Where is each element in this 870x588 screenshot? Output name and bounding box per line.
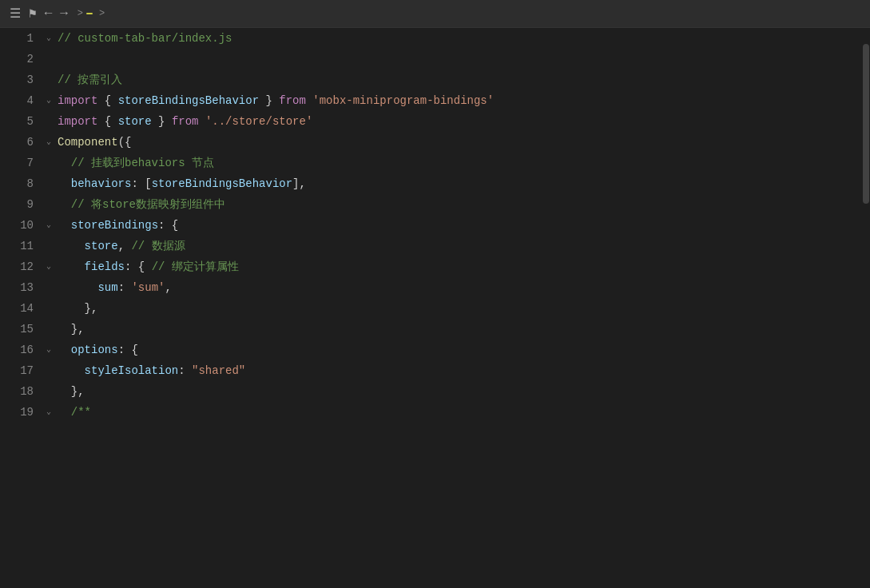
title-bar: ☰ ⚑ ← → > >	[0, 0, 870, 28]
code-token: storeBindings	[71, 215, 158, 236]
code-token: : {	[125, 256, 152, 277]
line-number: 15	[0, 319, 34, 340]
code-line: },	[46, 298, 870, 319]
code-token: :	[178, 360, 192, 381]
code-line: sum: 'sum',	[46, 277, 870, 298]
code-token: storeBindingsBehavior	[152, 173, 292, 194]
title-bar-icons: ☰ ⚑ ← →	[10, 6, 68, 22]
code-token	[58, 153, 71, 173]
line-number: 10	[0, 215, 34, 236]
bookmark-icon[interactable]: ⚑	[29, 6, 37, 22]
code-token	[58, 215, 71, 236]
line-number: 9	[0, 194, 34, 215]
code-line: behaviors: [storeBindingsBehavior],	[46, 173, 870, 194]
code-token: import	[58, 111, 97, 132]
code-token	[58, 402, 71, 423]
code-content[interactable]: // custom-tab-bar/index.js // 按需引入import…	[40, 28, 870, 588]
code-token: from	[279, 90, 306, 111]
js-badge	[86, 13, 93, 14]
code-token	[198, 111, 205, 132]
scrollbar-thumb[interactable]	[863, 44, 869, 204]
code-token: store	[118, 111, 152, 132]
code-token: // 挂载到behaviors 节点	[71, 153, 214, 173]
code-token: storeBindingsBehavior	[118, 90, 259, 111]
code-line: // 挂载到behaviors 节点	[46, 153, 870, 173]
scrollbar-track[interactable]	[862, 28, 870, 588]
hamburger-icon[interactable]: ☰	[10, 6, 21, 22]
code-token: '../store/store'	[205, 111, 312, 132]
code-token	[58, 173, 71, 194]
fold-arrow[interactable]	[46, 402, 58, 423]
code-token: fields	[85, 256, 125, 277]
code-token	[58, 340, 71, 360]
code-token: ],	[292, 173, 306, 194]
line-number: 16	[0, 340, 34, 360]
code-token	[58, 381, 71, 402]
code-line: },	[46, 319, 870, 340]
code-token: /**	[71, 402, 91, 423]
code-token: from	[172, 111, 199, 132]
line-number: 8	[0, 173, 34, 194]
line-number: 3	[0, 70, 34, 90]
fold-arrow[interactable]	[46, 256, 58, 277]
code-token: 'sum'	[131, 277, 165, 298]
code-line: Component({	[46, 132, 870, 153]
code-line: options: {	[46, 340, 870, 360]
line-number: 19	[0, 402, 34, 423]
code-token: {	[97, 111, 117, 132]
code-token: // 将store数据映射到组件中	[71, 194, 225, 215]
code-token: },	[71, 319, 85, 340]
breadcrumb: > >	[74, 8, 108, 19]
line-number: 11	[0, 236, 34, 256]
code-token: Component	[58, 132, 118, 153]
code-token	[58, 360, 85, 381]
breadcrumb-sep-1: >	[77, 8, 83, 19]
breadcrumb-sep-2: >	[99, 8, 105, 19]
fold-arrow[interactable]	[46, 90, 58, 111]
code-token: ,	[118, 236, 132, 256]
code-line	[46, 49, 870, 70]
fold-arrow[interactable]	[46, 132, 58, 153]
code-token: // 按需引入	[58, 70, 122, 90]
line-number: 12	[0, 256, 34, 277]
code-token: : {	[118, 340, 138, 360]
code-token: // custom-tab-bar/index.js	[58, 28, 232, 49]
fold-arrow[interactable]	[46, 28, 58, 49]
code-token: : {	[158, 215, 178, 236]
fold-arrow[interactable]	[46, 340, 58, 360]
line-number: 7	[0, 153, 34, 173]
code-line: storeBindings: {	[46, 215, 870, 236]
code-token: : [	[131, 173, 151, 194]
code-token	[58, 236, 85, 256]
code-line: fields: { // 绑定计算属性	[46, 256, 870, 277]
code-token: styleIsolation	[85, 360, 179, 381]
code-token	[58, 256, 85, 277]
back-icon[interactable]: ←	[45, 6, 53, 21]
code-token: 'mobx-miniprogram-bindings'	[312, 90, 494, 111]
forward-icon[interactable]: →	[60, 6, 68, 21]
code-token: // 数据源	[131, 236, 185, 256]
code-line: },	[46, 381, 870, 402]
code-line: // 按需引入	[46, 70, 870, 90]
code-token: {	[97, 90, 117, 111]
code-token: ,	[165, 277, 171, 298]
code-line: // 将store数据映射到组件中	[46, 194, 870, 215]
code-line: /**	[46, 402, 870, 423]
line-number: 13	[0, 277, 34, 298]
line-number: 14	[0, 298, 34, 319]
code-token: "shared"	[192, 360, 245, 381]
code-line: import { store } from '../store/store'	[46, 111, 870, 132]
line-number: 17	[0, 360, 34, 381]
code-line: // custom-tab-bar/index.js	[46, 28, 870, 49]
code-token: // 绑定计算属性	[152, 256, 239, 277]
code-token	[58, 277, 97, 298]
line-number: 5	[0, 111, 34, 132]
code-token: store	[85, 236, 118, 256]
code-line: styleIsolation: "shared"	[46, 360, 870, 381]
code-token: sum	[97, 277, 117, 298]
code-token: }	[152, 111, 172, 132]
line-number: 1	[0, 28, 34, 49]
code-token: },	[71, 381, 85, 402]
fold-arrow[interactable]	[46, 215, 58, 236]
code-token	[58, 319, 71, 340]
